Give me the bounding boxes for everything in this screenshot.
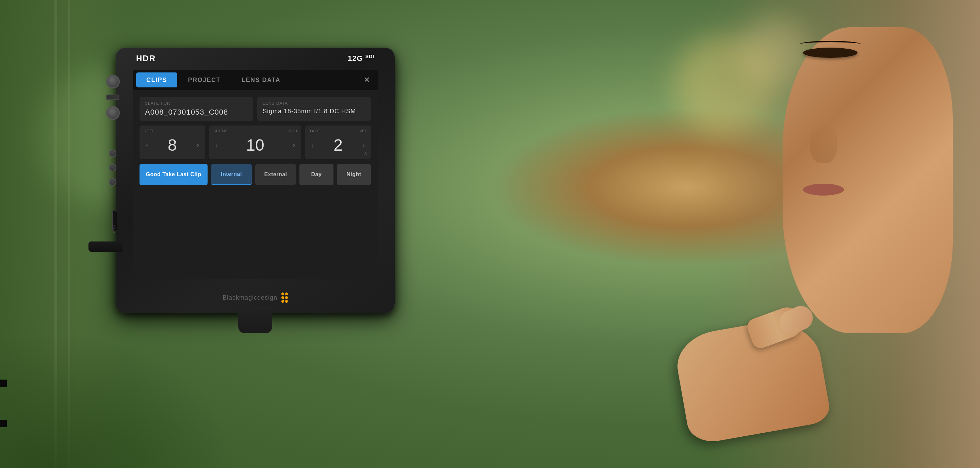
- a-label: A: [364, 152, 367, 156]
- action-row: Good Take Last Clip Internal External Da…: [140, 164, 371, 185]
- eyelash: [800, 41, 861, 48]
- hdmi-label: HDMI: [113, 225, 116, 234]
- take-card: TAKE ‹ 2 › VFX A: [305, 125, 371, 159]
- scene-value: 10: [220, 136, 291, 154]
- side-button-1[interactable]: [109, 150, 116, 157]
- external-button[interactable]: External: [255, 164, 296, 185]
- brand-dot-5: [282, 300, 284, 303]
- screen: CLIPS PROJECT LENS DATA ✕ SLATE FOR A008…: [133, 70, 378, 279]
- take-next-button[interactable]: ›: [360, 141, 367, 149]
- counter-row: REEL ‹ 8 › SCENE BCU: [140, 125, 371, 159]
- screen-ui: CLIPS PROJECT LENS DATA ✕ SLATE FOR A008…: [133, 70, 378, 279]
- brand-logo-dots: [282, 292, 288, 303]
- eye: [803, 48, 858, 58]
- reel-next-button[interactable]: ›: [195, 141, 201, 149]
- lens-data-card: LENS DATA Sigma 18-35mm f/1.8 DC HSM: [257, 97, 371, 121]
- take-prev-button[interactable]: ‹: [309, 141, 316, 149]
- slate-for-label: SLATE FOR: [145, 101, 248, 106]
- brand-dot-6: [285, 300, 288, 303]
- connector-rect-1: [106, 95, 119, 100]
- side-button-3[interactable]: [109, 178, 116, 186]
- hdmi-wire: [0, 379, 7, 427]
- night-button[interactable]: Night: [337, 164, 371, 185]
- bcu-label: BCU: [289, 129, 297, 133]
- scene-counter: ‹ 10 ›: [213, 134, 297, 156]
- lips: [803, 184, 844, 195]
- take-label: TAKE: [309, 129, 320, 133]
- tab-lens-data[interactable]: LENS DATA: [231, 73, 291, 87]
- scene-next-button[interactable]: ›: [291, 141, 297, 149]
- brand-dot-4: [285, 296, 288, 299]
- nose: [810, 122, 837, 163]
- brand-dot-2: [285, 292, 288, 295]
- plant-overlay-bottom: [0, 332, 238, 468]
- tab-clips[interactable]: CLIPS: [136, 73, 177, 87]
- close-button[interactable]: ✕: [360, 73, 374, 87]
- side-button-2[interactable]: [109, 164, 116, 171]
- take-value: 2: [316, 136, 361, 154]
- hand: [681, 325, 824, 434]
- vfx-label: VFX: [360, 129, 367, 133]
- left-connectors: [106, 75, 120, 120]
- reel-value: 8: [150, 136, 195, 154]
- hdr-badge: HDR: [136, 54, 156, 63]
- reel-prev-button[interactable]: ‹: [143, 141, 150, 149]
- day-button[interactable]: Day: [299, 164, 334, 185]
- brand-dot-1: [282, 292, 284, 295]
- scene-card: SCENE BCU ‹ 10 ›: [209, 125, 301, 159]
- good-take-button[interactable]: Good Take Last Clip: [140, 164, 208, 185]
- reel-card: REEL ‹ 8 ›: [140, 125, 205, 159]
- tab-project[interactable]: PROJECT: [178, 73, 231, 87]
- scene-label: SCENE: [213, 129, 228, 133]
- slate-value: A008_07301053_C008: [145, 108, 248, 117]
- xlr-connector-top: [106, 75, 120, 89]
- side-buttons: [109, 150, 116, 186]
- content-area: SLATE FOR A008_07301053_C008 LENS DATA S…: [133, 90, 378, 279]
- face: [783, 27, 953, 333]
- take-counter: ‹ 2 ›: [309, 134, 367, 156]
- monitor-mount: [238, 306, 272, 333]
- monitor-top-bar: HDR 12G SDI: [136, 54, 374, 63]
- scene-prev-button[interactable]: ‹: [213, 141, 220, 149]
- tab-bar: CLIPS PROJECT LENS DATA ✕: [133, 70, 378, 90]
- hdmi-port: [89, 241, 123, 252]
- sdi-badge: 12G SDI: [348, 54, 374, 63]
- sdi-number: 12G: [348, 54, 363, 63]
- reel-label: REEL: [143, 129, 155, 133]
- xlr-connector-bottom: [106, 106, 120, 120]
- lens-data-label: LENS DATA: [263, 101, 366, 106]
- reel-counter: ‹ 8 ›: [143, 134, 201, 156]
- sdi-suffix: SDI: [366, 54, 374, 59]
- bottom-branding: Blackmagicdesign: [223, 292, 288, 303]
- lens-data-value: Sigma 18-35mm f/1.8 DC HSM: [263, 108, 366, 115]
- internal-button[interactable]: Internal: [211, 164, 252, 185]
- monitor-device: HDMI HDR 12G SDI CLIPS PROJECT LENS DATA…: [116, 48, 395, 313]
- brand-dot-3: [282, 296, 284, 299]
- slate-card: SLATE FOR A008_07301053_C008: [140, 97, 253, 121]
- brand-name: Blackmagicdesign: [223, 294, 277, 301]
- info-row: SLATE FOR A008_07301053_C008 LENS DATA S…: [140, 97, 371, 121]
